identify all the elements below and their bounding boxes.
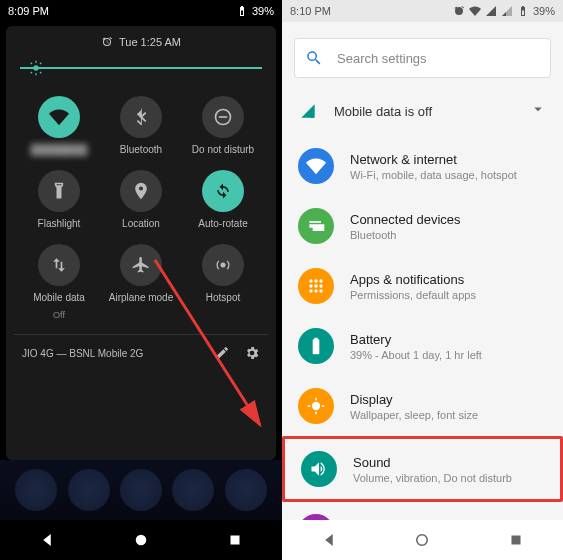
settings-item-sound[interactable]: SoundVolume, vibration, Do not disturb: [282, 436, 563, 502]
tile-label: Do not disturb: [192, 144, 254, 156]
qs-tile-wifi[interactable]: ████████: [20, 96, 98, 156]
airplane-icon: [120, 244, 162, 286]
item-subtitle: 39% - About 1 day, 1 hr left: [350, 349, 547, 361]
autorotate-icon: [202, 170, 244, 212]
nav-back-icon[interactable]: [320, 531, 338, 549]
hotspot-icon: [202, 244, 244, 286]
battery-percent: 39%: [252, 5, 274, 17]
mobile-data-off-text: Mobile data is off: [334, 104, 513, 119]
svg-point-14: [309, 279, 312, 282]
devices-icon: [298, 208, 334, 244]
item-subtitle: Volume, vibration, Do not disturb: [353, 472, 544, 484]
qs-tile-bluetooth[interactable]: Bluetooth: [102, 96, 180, 156]
svg-point-11: [221, 263, 226, 268]
alarm-row[interactable]: Tue 1:25 AM: [14, 36, 268, 48]
mobiledata-icon: [38, 244, 80, 286]
battery-icon: [517, 5, 529, 17]
item-subtitle: Wallpaper, sleep, font size: [350, 409, 547, 421]
tile-label: Airplane mode: [109, 292, 173, 304]
settings-item-storage[interactable]: Storage68% used - 10.35 GB free: [282, 502, 563, 520]
search-settings[interactable]: Search settings: [294, 38, 551, 78]
qs-tile-location[interactable]: Location: [102, 170, 180, 230]
nav-recent-icon[interactable]: [507, 531, 525, 549]
tile-label: Location: [122, 218, 160, 230]
bluetooth-icon: [120, 96, 162, 138]
svg-point-22: [319, 289, 322, 292]
settings-list: Network & internetWi-Fi, mobile, data us…: [282, 136, 563, 520]
svg-point-23: [312, 402, 320, 410]
nav-bar: [282, 520, 563, 560]
svg-rect-13: [231, 536, 240, 545]
alarm-icon: [101, 36, 113, 48]
svg-point-20: [309, 289, 312, 292]
item-title: Connected devices: [350, 212, 547, 227]
tile-label: Hotspot: [206, 292, 240, 304]
status-bar: 8:10 PM 39%: [282, 0, 563, 22]
svg-point-17: [309, 284, 312, 287]
search-placeholder: Search settings: [337, 51, 427, 66]
svg-point-19: [319, 284, 322, 287]
location-icon: [120, 170, 162, 212]
wifi-icon: [38, 96, 80, 138]
settings-item-battery[interactable]: Battery39% - About 1 day, 1 hr left: [282, 316, 563, 376]
svg-point-21: [314, 289, 317, 292]
display-icon: [298, 388, 334, 424]
signal-icon: [485, 5, 497, 17]
dnd-icon: [202, 96, 244, 138]
item-subtitle: Bluetooth: [350, 229, 547, 241]
status-time: 8:10 PM: [290, 5, 331, 17]
svg-line-8: [40, 63, 41, 64]
svg-rect-32: [512, 536, 521, 545]
qs-tile-hotspot[interactable]: Hotspot: [184, 244, 262, 320]
item-title: Display: [350, 392, 547, 407]
tile-label: Flashlight: [38, 218, 81, 230]
qs-tile-dnd[interactable]: Do not disturb: [184, 96, 262, 156]
svg-point-15: [314, 279, 317, 282]
battery-percent: 39%: [533, 5, 555, 17]
slider-track: [20, 67, 262, 69]
brightness-slider[interactable]: [20, 58, 262, 78]
battery-icon: [236, 5, 248, 17]
status-bar: 8:09 PM 39%: [0, 0, 282, 22]
item-title: Sound: [353, 455, 544, 470]
item-title: Battery: [350, 332, 547, 347]
svg-point-31: [417, 535, 428, 546]
wifi-icon: [469, 5, 481, 17]
item-title: Apps & notifications: [350, 272, 547, 287]
svg-line-6: [40, 72, 41, 73]
alarm-time: Tue 1:25 AM: [119, 36, 181, 48]
mobile-data-off-row[interactable]: Mobile data is off: [282, 92, 563, 136]
svg-point-12: [136, 535, 147, 546]
svg-point-0: [33, 65, 38, 70]
tile-label: Auto-rotate: [198, 218, 247, 230]
status-icons: 39%: [453, 5, 555, 17]
svg-line-7: [31, 72, 32, 73]
settings-item-display[interactable]: DisplayWallpaper, sleep, font size: [282, 376, 563, 436]
item-subtitle: Permissions, default apps: [350, 289, 547, 301]
carrier-text: JIO 4G — BSNL Mobile 2G: [22, 348, 143, 359]
qs-tile-mobiledata[interactable]: Mobile data Off: [20, 244, 98, 320]
nav-back-icon[interactable]: [38, 531, 56, 549]
status-icons: 39%: [236, 5, 274, 17]
settings-item-apps[interactable]: Apps & notificationsPermissions, default…: [282, 256, 563, 316]
battery-icon: [298, 328, 334, 364]
flashlight-icon: [38, 170, 80, 212]
signal-icon-2: [501, 5, 513, 17]
mobile-data-off-icon: [298, 103, 318, 119]
qs-tile-autorotate[interactable]: Auto-rotate: [184, 170, 262, 230]
nav-home-icon[interactable]: [413, 531, 431, 549]
quick-settings-screenshot: 8:09 PM 39% Tue 1:25 AM ████████: [0, 0, 282, 560]
svg-line-5: [31, 63, 32, 64]
apps-icon: [298, 268, 334, 304]
quick-settings-grid: ████████ Bluetooth Do not disturb Flashl: [14, 86, 268, 334]
settings-item-network[interactable]: Network & internetWi-Fi, mobile, data us…: [282, 136, 563, 196]
wifi-label-blurred: ████████: [31, 144, 88, 155]
nav-home-icon[interactable]: [132, 531, 150, 549]
qs-tile-flashlight[interactable]: Flashlight: [20, 170, 98, 230]
nav-recent-icon[interactable]: [226, 531, 244, 549]
edit-icon[interactable]: [214, 345, 230, 361]
status-time: 8:09 PM: [8, 5, 49, 17]
settings-item-connected[interactable]: Connected devicesBluetooth: [282, 196, 563, 256]
qs-tile-airplane[interactable]: Airplane mode: [102, 244, 180, 320]
settings-gear-icon[interactable]: [244, 345, 260, 361]
